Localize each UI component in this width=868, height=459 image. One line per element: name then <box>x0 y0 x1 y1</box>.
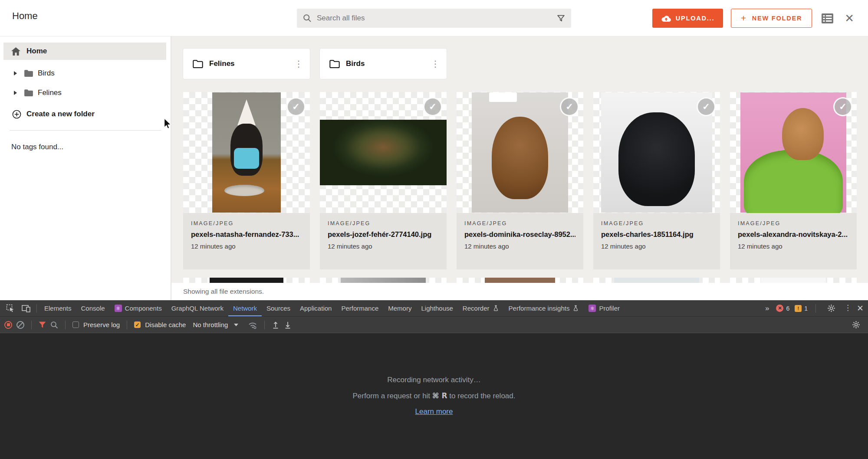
tab-console[interactable]: Console <box>76 300 110 316</box>
kebab-menu-icon[interactable]: ⋮ <box>431 62 439 66</box>
file-type: IMAGE/JPEG <box>464 220 575 226</box>
export-har-icon[interactable] <box>272 321 279 329</box>
new-folder-button[interactable]: + NEW FOLDER <box>731 9 812 28</box>
file-thumbnail[interactable]: ✓ <box>593 92 720 213</box>
tab-profiler[interactable]: Profiler <box>584 300 625 316</box>
sidebar-item-birds[interactable]: Birds <box>0 63 171 83</box>
throttling-select[interactable]: No throttling <box>193 321 238 328</box>
tab-recorder[interactable]: Recorder <box>458 300 504 316</box>
app-body: Home Birds Felines Create a new folder <box>0 36 868 300</box>
divider <box>65 321 66 329</box>
file-time: 12 minutes ago <box>738 243 849 250</box>
file-card[interactable]: ✓ IMAGE/JPEG pexels-natasha-fernandez-73… <box>183 92 310 269</box>
devtools-menu-button[interactable]: ⋮ <box>844 306 852 310</box>
file-card[interactable]: ✓ IMAGE/JPEG pexels-dominika-roseclay-89… <box>457 92 583 269</box>
devtools-settings-button[interactable] <box>824 304 839 312</box>
partial-thumbnail[interactable] <box>183 278 310 283</box>
tab-sources[interactable]: Sources <box>262 300 295 316</box>
file-card[interactable]: ✓ IMAGE/JPEG pexels-jozef-fehér-2774140.… <box>320 92 447 269</box>
error-count: 6 <box>786 305 789 312</box>
clear-network-button[interactable] <box>16 321 24 329</box>
tab-memory[interactable]: Memory <box>383 300 416 316</box>
tab-elements[interactable]: Elements <box>39 300 76 316</box>
upload-button[interactable]: UPLOAD... <box>652 9 723 28</box>
file-thumbnail[interactable]: ✓ <box>183 92 310 213</box>
hint-pre: Perform a request or hit <box>353 392 432 400</box>
network-filter-icon[interactable] <box>39 321 46 328</box>
file-thumbnail[interactable]: ✓ <box>320 92 447 213</box>
folder-outline-icon <box>193 60 203 68</box>
network-settings-button[interactable] <box>848 321 864 329</box>
search-bar[interactable] <box>297 9 571 28</box>
preserve-log-checkbox[interactable] <box>72 321 79 328</box>
devtools-close-button[interactable]: ✕ <box>857 303 864 313</box>
record-network-button[interactable] <box>4 321 12 329</box>
file-grid: ✓ IMAGE/JPEG pexels-natasha-fernandez-73… <box>183 92 868 269</box>
select-checkmark[interactable]: ✓ <box>697 97 716 116</box>
expand-caret-icon[interactable] <box>14 91 17 95</box>
create-folder-label: Create a new folder <box>26 110 95 118</box>
throttling-value: No throttling <box>193 321 228 328</box>
tab-application[interactable]: Application <box>295 300 336 316</box>
extensions-note: Showing all file extensions. <box>171 283 868 300</box>
tab-performance-insights[interactable]: Performance insights <box>504 300 584 316</box>
create-folder-button[interactable]: Create a new folder <box>0 104 171 124</box>
filter-icon[interactable] <box>557 14 565 23</box>
file-type: IMAGE/JPEG <box>328 220 439 226</box>
select-checkmark[interactable]: ✓ <box>423 97 442 116</box>
tab-label: Network <box>233 305 257 312</box>
folder-card-birds[interactable]: Birds ⋮ <box>320 49 447 79</box>
tab-performance[interactable]: Performance <box>336 300 383 316</box>
inspect-element-button[interactable] <box>3 300 18 316</box>
file-thumbnail[interactable]: ✓ <box>730 92 857 213</box>
check-icon: ✓ <box>566 102 573 112</box>
expand-caret-icon[interactable] <box>14 71 17 75</box>
disable-cache-checkbox[interactable]: ✓ <box>134 321 141 328</box>
partial-thumbnail[interactable] <box>593 278 720 283</box>
sidebar-item-home[interactable]: Home <box>3 43 166 60</box>
tab-lighthouse[interactable]: Lighthouse <box>416 300 457 316</box>
device-toolbar-button[interactable] <box>18 300 34 316</box>
file-card[interactable]: ✓ IMAGE/JPEG pexels-charles-1851164.jpg … <box>593 92 720 269</box>
file-meta: IMAGE/JPEG pexels-jozef-fehér-2774140.jp… <box>320 213 447 269</box>
list-view-icon <box>822 13 833 23</box>
photo-dog-party-hat <box>212 92 281 213</box>
network-conditions-icon[interactable] <box>248 321 257 329</box>
chevron-down-icon <box>234 324 238 326</box>
network-search-icon[interactable] <box>50 321 58 329</box>
search-input[interactable] <box>317 14 557 23</box>
learn-more-link[interactable]: Learn more <box>415 407 453 416</box>
folder-card-name: Birds <box>346 59 425 68</box>
partial-thumbnail[interactable] <box>457 278 583 283</box>
sidebar-item-felines[interactable]: Felines <box>0 83 171 102</box>
partial-thumbnail[interactable] <box>730 278 857 283</box>
warning-badge[interactable]: ! 1 <box>795 305 808 312</box>
file-card[interactable]: ✓ IMAGE/JPEG pexels-alexandra-novitskaya… <box>730 92 857 269</box>
folder-cards-row: Felines ⋮ Birds ⋮ <box>183 49 868 79</box>
file-time: 12 minutes ago <box>464 243 575 250</box>
select-checkmark[interactable]: ✓ <box>286 97 306 116</box>
sidebar-folder-label: Birds <box>38 69 55 78</box>
select-checkmark[interactable]: ✓ <box>560 97 579 116</box>
tab-graphql-network[interactable]: GraphQL Network <box>167 300 228 316</box>
more-tabs-button[interactable]: » <box>763 304 771 313</box>
partial-thumbnail[interactable] <box>320 278 447 283</box>
list-view-button[interactable] <box>820 12 835 25</box>
file-meta: IMAGE/JPEG pexels-dominika-roseclay-8952… <box>457 213 583 269</box>
file-meta: IMAGE/JPEG pexels-alexandra-novitskaya-2… <box>730 213 857 269</box>
close-window-button[interactable]: ✕ <box>843 11 856 26</box>
photo-dachshund <box>472 92 568 213</box>
cloud-upload-icon <box>661 15 671 22</box>
photo-detail <box>237 99 256 125</box>
import-har-icon[interactable] <box>284 321 292 329</box>
select-checkmark[interactable]: ✓ <box>833 97 852 116</box>
hint-post: to record the reload. <box>447 392 516 400</box>
folder-card-felines[interactable]: Felines ⋮ <box>183 49 310 79</box>
upload-label: UPLOAD... <box>676 15 715 22</box>
tab-network[interactable]: Network <box>228 300 262 316</box>
tab-components[interactable]: Components <box>110 300 167 316</box>
kebab-menu-icon[interactable]: ⋮ <box>294 62 302 66</box>
warning-icon: ! <box>795 305 802 312</box>
file-thumbnail[interactable]: ✓ <box>457 92 583 213</box>
error-badge[interactable]: ✕ 6 <box>776 305 789 312</box>
